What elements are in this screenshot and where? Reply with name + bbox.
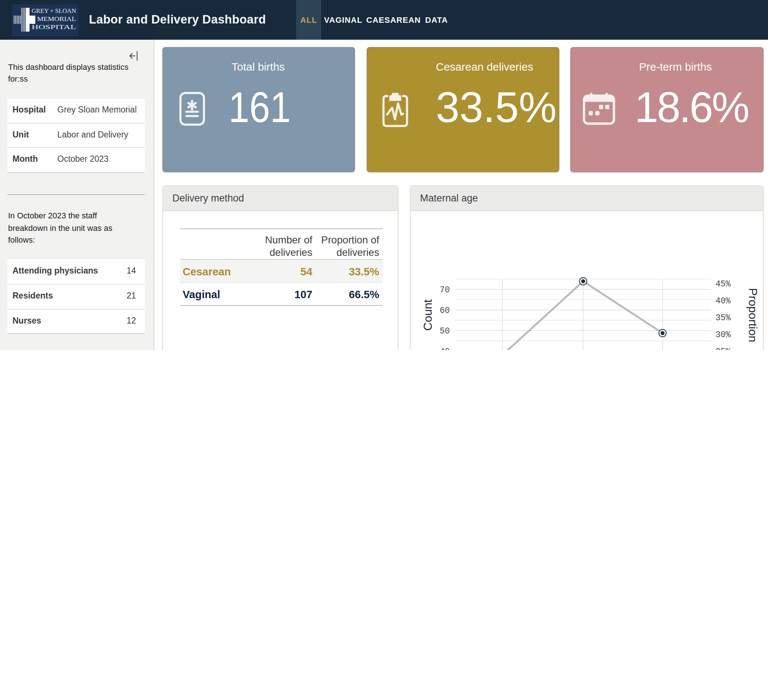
svg-text:45%: 45% (715, 279, 731, 288)
svg-text:Cesarean: Cesarean (182, 266, 230, 277)
svg-text:Count: Count (421, 299, 434, 330)
svg-text:GREY + SLOAN: GREY + SLOAN (32, 7, 76, 14)
svg-text:HOSPITAL: HOSPITAL (32, 24, 76, 30)
svg-text:Proportion of: Proportion of (321, 234, 379, 245)
svg-text:30%: 30% (715, 330, 731, 340)
svg-text:66.5%: 66.5% (348, 288, 379, 300)
svg-text:107: 107 (294, 288, 312, 300)
svg-text:Proportion: Proportion (746, 287, 759, 342)
svg-text:deliveries: deliveries (336, 247, 379, 258)
svg-text:MEMORIAL: MEMORIAL (37, 15, 76, 22)
svg-text:25%: 25% (715, 347, 731, 350)
svg-text:54: 54 (300, 266, 312, 277)
svg-text:60: 60 (439, 306, 450, 315)
svg-text:50: 50 (439, 326, 450, 336)
svg-text:40: 40 (439, 347, 450, 350)
svg-text:33.5%: 33.5% (348, 266, 379, 277)
svg-text:Vaginal: Vaginal (182, 288, 220, 300)
svg-text:Number of: Number of (265, 234, 312, 245)
svg-text:deliveries: deliveries (269, 247, 312, 258)
svg-text:35%: 35% (715, 313, 731, 322)
svg-text:70: 70 (439, 285, 450, 295)
svg-text:40%: 40% (715, 296, 731, 306)
